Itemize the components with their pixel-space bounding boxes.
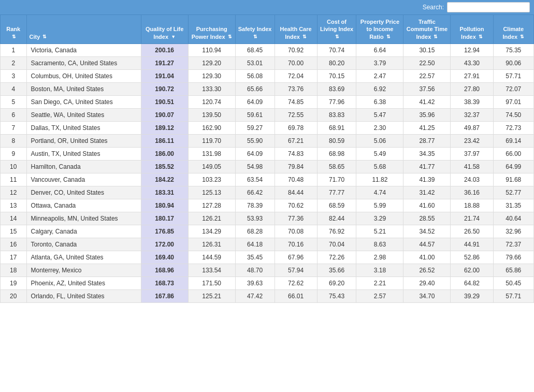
- cell-property-price: 3.79: [356, 56, 403, 69]
- cell-quality-life: 185.52: [141, 160, 188, 173]
- search-label: Search:: [423, 4, 444, 11]
- data-table: Rank ⇅ City ⇅ Quality of Life Index ▼ Pu…: [0, 14, 534, 303]
- cell-safety: 68.28: [235, 225, 275, 238]
- table-row: 3Columbus, OH, United States191.04129.30…: [1, 69, 534, 82]
- col-climate[interactable]: Climate Index ⇅: [493, 15, 533, 44]
- cell-traffic-commute: 29.40: [403, 277, 451, 289]
- table-row: 10Hamilton, Canada185.52149.0554.9879.84…: [1, 160, 534, 173]
- sort-icon-rank: ⇅: [12, 34, 16, 40]
- cell-pollution: 44.91: [451, 238, 493, 251]
- cell-property-price: 3.18: [356, 264, 403, 277]
- cell-purchasing-power: 139.50: [188, 108, 235, 121]
- cell-climate: 66.00: [493, 147, 533, 160]
- cell-quality-life: 180.94: [141, 199, 188, 212]
- table-header-row: Rank ⇅ City ⇅ Quality of Life Index ▼ Pu…: [1, 15, 534, 44]
- cell-pollution: 27.91: [451, 69, 493, 82]
- cell-health-care: 74.85: [275, 95, 317, 108]
- cell-property-price: 3.29: [356, 212, 403, 225]
- cell-safety: 64.09: [235, 95, 275, 108]
- cell-traffic-commute: 41.39: [403, 173, 451, 186]
- cell-property-price: 2.47: [356, 69, 403, 82]
- cell-rank: 18: [1, 264, 27, 277]
- table-row: 8Portland, OR, United States186.11119.70…: [1, 134, 534, 147]
- cell-cost-living: 77.96: [317, 95, 356, 108]
- table-row: 16Toronto, Canada172.00126.3164.1870.167…: [1, 238, 534, 251]
- cell-traffic-commute: 34.70: [403, 289, 451, 302]
- cell-safety: 47.42: [235, 289, 275, 302]
- cell-city: Dallas, TX, United States: [26, 121, 141, 134]
- col-health-care[interactable]: Health Care Index ⇅: [275, 15, 317, 44]
- table-row: 17Atlanta, GA, United States169.40144.59…: [1, 251, 534, 264]
- col-city[interactable]: City ⇅: [26, 15, 141, 44]
- cell-purchasing-power: 126.31: [188, 238, 235, 251]
- cell-property-price: 8.63: [356, 238, 403, 251]
- cell-climate: 64.99: [493, 160, 533, 173]
- cell-health-care: 70.16: [275, 238, 317, 251]
- search-input[interactable]: [447, 2, 530, 12]
- cell-traffic-commute: 41.77: [403, 160, 451, 173]
- cell-safety: 64.09: [235, 147, 275, 160]
- cell-purchasing-power: 133.30: [188, 82, 235, 95]
- cell-purchasing-power: 133.54: [188, 264, 235, 277]
- cell-safety: 55.90: [235, 134, 275, 147]
- table-row: 9Austin, TX, United States186.00131.9864…: [1, 147, 534, 160]
- cell-pollution: 39.29: [451, 289, 493, 302]
- cell-health-care: 70.00: [275, 56, 317, 69]
- col-purchasing-power[interactable]: Purchasing Power Index ⇅: [188, 15, 235, 44]
- col-pollution[interactable]: Pollution Index ⇅: [451, 15, 493, 44]
- cell-purchasing-power: 171.50: [188, 277, 235, 289]
- cell-safety: 78.39: [235, 199, 275, 212]
- col-property-price[interactable]: Property Price to Income Ratio ⇅: [356, 15, 403, 44]
- cell-cost-living: 80.20: [317, 56, 356, 69]
- sort-icon-quality: ▼: [171, 34, 176, 40]
- cell-climate: 90.06: [493, 56, 533, 69]
- cell-health-care: 70.62: [275, 199, 317, 212]
- cell-climate: 52.77: [493, 186, 533, 199]
- cell-safety: 35.45: [235, 251, 275, 264]
- cell-purchasing-power: 162.90: [188, 121, 235, 134]
- cell-pollution: 41.58: [451, 160, 493, 173]
- cell-cost-living: 83.83: [317, 108, 356, 121]
- cell-cost-living: 70.74: [317, 43, 356, 56]
- sort-icon-traffic: ⇅: [434, 34, 438, 40]
- table-row: 20Orlando, FL, United States167.86125.21…: [1, 289, 534, 302]
- cell-climate: 72.73: [493, 121, 533, 134]
- cell-safety: 66.42: [235, 186, 275, 199]
- cell-city: Toronto, Canada: [26, 238, 141, 251]
- col-rank[interactable]: Rank ⇅: [1, 15, 27, 44]
- cell-rank: 9: [1, 147, 27, 160]
- cell-safety: 64.18: [235, 238, 275, 251]
- cell-climate: 40.64: [493, 212, 533, 225]
- col-quality-life[interactable]: Quality of Life Index ▼: [141, 15, 188, 44]
- cell-climate: 91.68: [493, 173, 533, 186]
- cell-pollution: 18.88: [451, 199, 493, 212]
- cell-city: Seattle, WA, United States: [26, 108, 141, 121]
- sort-icon-safety: ⇅: [253, 34, 257, 40]
- cell-quality-life: 167.86: [141, 289, 188, 302]
- col-traffic[interactable]: Traffic Commute Time Index ⇅: [403, 15, 451, 44]
- cell-pollution: 37.97: [451, 147, 493, 160]
- cell-traffic-commute: 28.77: [403, 134, 451, 147]
- sort-icon-pollution: ⇅: [479, 34, 483, 40]
- cell-cost-living: 68.59: [317, 199, 356, 212]
- cell-traffic-commute: 44.57: [403, 238, 451, 251]
- cell-climate: 97.01: [493, 95, 533, 108]
- cell-quality-life: 191.04: [141, 69, 188, 82]
- table-row: 11Vancouver, Canada184.22103.2363.5470.4…: [1, 173, 534, 186]
- sort-icon-purchasing: ⇅: [228, 34, 232, 40]
- cell-traffic-commute: 31.42: [403, 186, 451, 199]
- col-cost-living[interactable]: Cost of Living Index ⇅: [317, 15, 356, 44]
- cell-rank: 2: [1, 56, 27, 69]
- cell-safety: 53.93: [235, 212, 275, 225]
- cell-rank: 16: [1, 238, 27, 251]
- cell-pollution: 38.39: [451, 95, 493, 108]
- cell-quality-life: 183.31: [141, 186, 188, 199]
- cell-traffic-commute: 34.52: [403, 225, 451, 238]
- cell-safety: 65.66: [235, 82, 275, 95]
- col-safety[interactable]: Safety Index ⇅: [235, 15, 275, 44]
- cell-cost-living: 35.66: [317, 264, 356, 277]
- cell-pollution: 23.42: [451, 134, 493, 147]
- cell-climate: 75.35: [493, 43, 533, 56]
- cell-climate: 50.45: [493, 277, 533, 289]
- cell-health-care: 84.44: [275, 186, 317, 199]
